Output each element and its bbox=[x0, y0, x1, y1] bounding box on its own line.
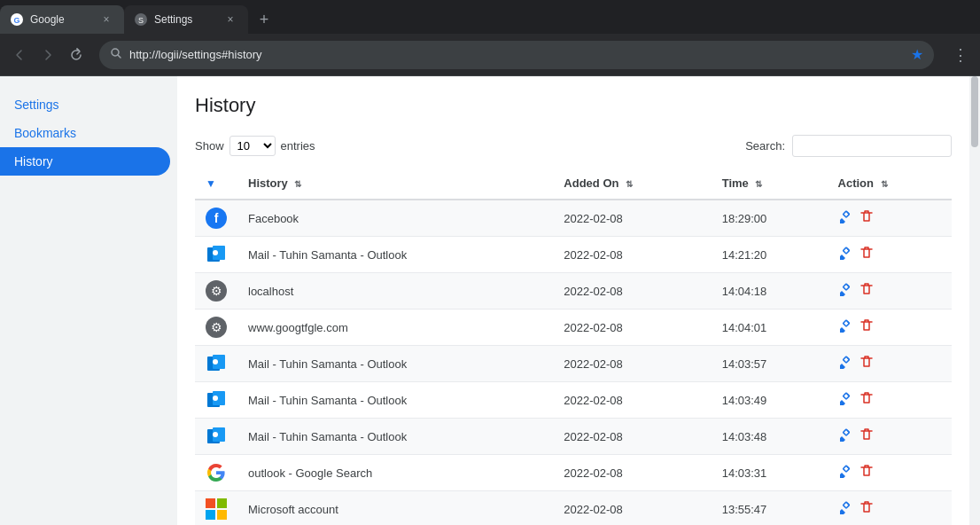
th-added-on[interactable]: Added On ⇅ bbox=[553, 168, 711, 200]
search-control: Search: bbox=[745, 135, 952, 157]
scrollbar-thumb[interactable] bbox=[971, 76, 978, 147]
row-time-cell: 14:03:49 bbox=[712, 382, 828, 419]
action-sort-icon: ⇅ bbox=[881, 179, 888, 189]
row-added-on-cell: 2022-02-08 bbox=[553, 491, 711, 526]
row-action-cell bbox=[828, 491, 952, 526]
edit-button[interactable] bbox=[838, 391, 852, 409]
delete-button[interactable] bbox=[859, 318, 874, 336]
row-time-cell: 14:04:18 bbox=[712, 273, 828, 310]
site-favicon: ⚙ bbox=[206, 280, 227, 302]
page-title: History bbox=[195, 94, 952, 117]
browser-menu-button[interactable]: ⋮ bbox=[948, 43, 973, 67]
table-controls: Show 10 25 50 100 entries Search: bbox=[195, 135, 952, 157]
settings-tab-favicon: S bbox=[135, 13, 147, 26]
tab-google[interactable]: G Google × bbox=[0, 5, 124, 34]
svg-point-8 bbox=[213, 250, 218, 255]
delete-button[interactable] bbox=[859, 209, 874, 227]
sidebar: Settings Bookmarks History bbox=[0, 76, 177, 525]
tab-settings-close[interactable]: × bbox=[223, 12, 237, 27]
table-row: Microsoft account 2022-02-08 13:55:47 bbox=[195, 491, 952, 526]
svg-text:G: G bbox=[13, 16, 19, 25]
site-favicon bbox=[206, 498, 227, 520]
row-action-cell bbox=[828, 200, 952, 237]
table-header: ▼ History ⇅ Added On ⇅ Time ⇅ bbox=[195, 168, 952, 200]
scrollbar[interactable] bbox=[969, 76, 980, 525]
table-row: Mail - Tuhin Samanta - Outlook 2022-02-0… bbox=[195, 382, 952, 419]
delete-button[interactable] bbox=[859, 427, 874, 445]
th-time[interactable]: Time ⇅ bbox=[712, 168, 828, 200]
sidebar-item-history[interactable]: History bbox=[0, 147, 170, 176]
gear-favicon: ⚙ bbox=[206, 317, 227, 338]
delete-button[interactable] bbox=[859, 355, 874, 372]
edit-button[interactable] bbox=[838, 500, 852, 518]
entries-label: entries bbox=[281, 139, 315, 153]
forward-button[interactable] bbox=[35, 43, 60, 67]
edit-button[interactable] bbox=[838, 209, 852, 227]
edit-button[interactable] bbox=[838, 282, 852, 300]
row-added-on-cell: 2022-02-08 bbox=[553, 419, 711, 455]
th-action[interactable]: Action ⇅ bbox=[828, 168, 952, 200]
row-title-cell: Mail - Tuhin Samanta - Outlook bbox=[237, 382, 553, 419]
th-added-on-label: Added On bbox=[564, 176, 618, 190]
edit-button[interactable] bbox=[838, 318, 852, 336]
action-buttons bbox=[838, 318, 941, 336]
tab-google-close[interactable]: × bbox=[99, 12, 113, 27]
tab-settings-title: Settings bbox=[154, 13, 216, 26]
sidebar-bookmarks-label: Bookmarks bbox=[14, 126, 76, 140]
site-favicon bbox=[206, 389, 227, 411]
added-on-sort-icon: ⇅ bbox=[626, 179, 633, 189]
row-title-cell: outlook - Google Search bbox=[237, 455, 553, 491]
delete-button[interactable] bbox=[859, 500, 874, 518]
microsoft-favicon bbox=[206, 498, 227, 520]
action-buttons bbox=[838, 391, 941, 409]
sort-down-icon: ▼ bbox=[206, 177, 216, 190]
th-action-label: Action bbox=[838, 176, 874, 190]
row-added-on-cell: 2022-02-08 bbox=[553, 455, 711, 491]
action-buttons bbox=[838, 464, 941, 482]
content-area: Settings Bookmarks History History Show … bbox=[0, 76, 980, 525]
bookmark-star-icon[interactable]: ★ bbox=[911, 46, 923, 63]
delete-button[interactable] bbox=[859, 282, 874, 300]
reload-button[interactable] bbox=[64, 43, 89, 67]
svg-text:S: S bbox=[138, 16, 144, 25]
address-bar[interactable]: ★ bbox=[99, 41, 934, 69]
history-sort-icon: ⇅ bbox=[294, 179, 301, 189]
entries-select[interactable]: 10 25 50 100 bbox=[229, 136, 276, 156]
row-favicon-cell bbox=[195, 382, 237, 419]
table-row: outlook - Google Search 2022-02-08 14:03… bbox=[195, 455, 952, 491]
row-favicon-cell: ⚙ bbox=[195, 273, 237, 310]
search-icon bbox=[110, 47, 122, 62]
edit-button[interactable] bbox=[838, 427, 852, 445]
sidebar-item-settings[interactable]: Settings bbox=[0, 90, 170, 119]
search-input[interactable] bbox=[792, 135, 952, 157]
delete-button[interactable] bbox=[859, 464, 874, 482]
table-row: ⚙ localhost 2022-02-08 14:04:18 bbox=[195, 273, 952, 310]
back-button[interactable] bbox=[7, 43, 32, 67]
delete-button[interactable] bbox=[859, 391, 874, 409]
row-time-cell: 14:03:31 bbox=[712, 455, 828, 491]
row-time-cell: 18:29:00 bbox=[712, 200, 828, 237]
row-time-cell: 14:03:57 bbox=[712, 346, 828, 382]
row-added-on-cell: 2022-02-08 bbox=[553, 237, 711, 273]
site-favicon bbox=[206, 462, 227, 483]
delete-button[interactable] bbox=[859, 246, 874, 263]
row-favicon-cell bbox=[195, 455, 237, 491]
edit-button[interactable] bbox=[838, 464, 852, 482]
new-tab-button[interactable]: + bbox=[252, 7, 276, 32]
table-row: Mail - Tuhin Samanta - Outlook 2022-02-0… bbox=[195, 237, 952, 273]
row-action-cell bbox=[828, 382, 952, 419]
row-time-cell: 14:03:48 bbox=[712, 419, 828, 455]
sidebar-item-bookmarks[interactable]: Bookmarks bbox=[0, 119, 170, 147]
sidebar-settings-label: Settings bbox=[14, 98, 59, 112]
toolbar: ★ ⋮ bbox=[0, 34, 980, 76]
row-title-cell: Facebook bbox=[237, 200, 553, 237]
address-input[interactable] bbox=[129, 48, 904, 61]
table-row: f Facebook 2022-02-08 18:29:00 bbox=[195, 200, 952, 237]
th-history[interactable]: History ⇅ bbox=[237, 168, 553, 200]
show-label: Show bbox=[195, 139, 224, 153]
edit-button[interactable] bbox=[838, 246, 852, 263]
edit-button[interactable] bbox=[838, 355, 852, 372]
tab-settings[interactable]: S Settings × bbox=[124, 5, 248, 34]
row-favicon-cell: f bbox=[195, 200, 237, 237]
action-buttons bbox=[838, 355, 941, 372]
